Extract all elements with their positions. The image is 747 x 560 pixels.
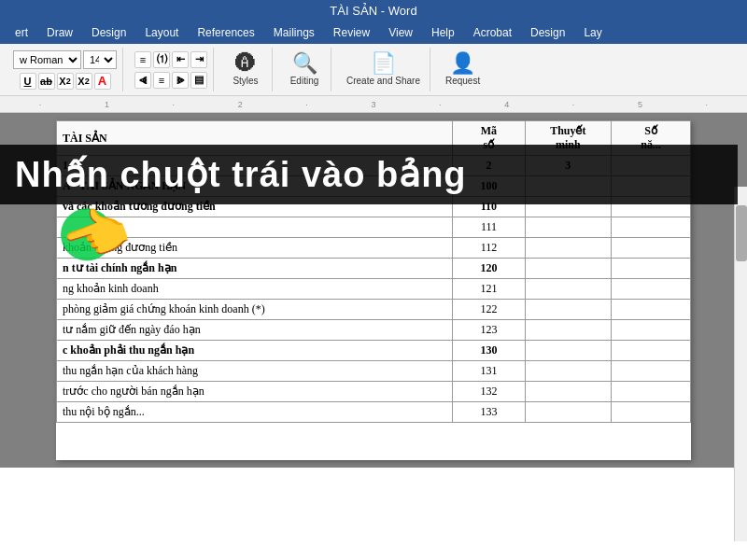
- underline-button[interactable]: U: [20, 73, 36, 90]
- svg-text:👈: 👈: [53, 194, 139, 278]
- cell-note-132: [525, 382, 612, 402]
- cell-note-112: [525, 238, 612, 259]
- cell-code-120: 120: [453, 259, 525, 279]
- menu-bar: ert Draw Design Layout References Mailin…: [0, 21, 747, 44]
- table-row: thu nội bộ ngắn... 133: [57, 402, 691, 423]
- cell-sonam-131: [612, 361, 691, 382]
- justify-button[interactable]: ▤: [190, 72, 207, 89]
- ribbon: w Roman 14 U ab X2 X2 A ≡ ⑴ ⇤ ⇥ ⫷ ≡ ⫸ ▤: [0, 44, 747, 96]
- cell-note-122: [525, 300, 612, 320]
- cell-label-132: trước cho người bán ngắn hạn: [57, 382, 453, 402]
- cell-sonam-123: [612, 320, 691, 341]
- strikethrough-button[interactable]: ab: [38, 73, 55, 90]
- menu-item-layout[interactable]: Layout: [137, 23, 186, 42]
- cell-sonam-132: [612, 382, 691, 402]
- cell-code-131: 131: [453, 361, 525, 382]
- editing-label: Editing: [290, 76, 319, 86]
- table-row: c khoản phải thu ngắn hạn 130: [57, 341, 691, 361]
- ruler: · 1 · 2 · 3 · 4 · 5 ·: [0, 96, 747, 113]
- table-row: trước cho người bán ngắn hạn 132: [57, 382, 691, 402]
- align-right-button[interactable]: ⫸: [172, 72, 189, 89]
- cell-sonam-121: [612, 279, 691, 300]
- cell-note-130: [525, 341, 612, 361]
- cell-label-123: tư nắm giữ đến ngày đáo hạn: [57, 320, 453, 341]
- ribbon-editing-group: 🔍 Editing: [278, 48, 331, 91]
- menu-item-references[interactable]: References: [190, 23, 261, 42]
- editing-icon: 🔍: [292, 53, 317, 74]
- cell-note-123: [525, 320, 612, 341]
- table-row: tư nắm giữ đến ngày đáo hạn 123: [57, 320, 691, 341]
- cell-code-122: 122: [453, 300, 525, 320]
- create-share-icon: 📄: [371, 53, 396, 74]
- cell-sonam-112: [612, 238, 691, 259]
- table-row: khoản tương đương tiền 112: [57, 238, 691, 259]
- cell-label-130: c khoản phải thu ngắn hạn: [57, 341, 453, 361]
- cell-note-111: [525, 217, 612, 238]
- styles-label: Styles: [233, 76, 258, 86]
- scrollbar[interactable]: [734, 187, 747, 541]
- cell-sonam-120: [612, 259, 691, 279]
- table-row: 111: [57, 217, 691, 238]
- menu-item-review[interactable]: Review: [326, 23, 377, 42]
- indent-increase-button[interactable]: ⇥: [190, 51, 207, 68]
- cell-code-112: 112: [453, 238, 525, 259]
- align-left-button[interactable]: ⫷: [134, 72, 151, 89]
- ruler-content: · 1 · 2 · 3 · 4 · 5 ·: [7, 100, 740, 109]
- overlay-text: Nhấn chuột trái vào bảng: [15, 154, 467, 195]
- font-controls: w Roman 14: [13, 50, 117, 69]
- menu-item-design2[interactable]: Design: [523, 23, 572, 42]
- highlight-button[interactable]: A: [94, 73, 111, 90]
- ribbon-font-group: w Roman 14 U ab X2 X2 A: [7, 48, 123, 91]
- styles-button[interactable]: 🅐 Styles: [225, 51, 266, 88]
- cell-sonam-122: [612, 300, 691, 320]
- cell-label-133: thu nội bộ ngắn...: [57, 402, 453, 423]
- cell-sonam-133: [612, 402, 691, 423]
- title-bar: TÀI SẢN - Word: [0, 0, 747, 21]
- cell-sonam-130: [612, 341, 691, 361]
- editing-button[interactable]: 🔍 Editing: [284, 51, 325, 88]
- cell-note-131: [525, 361, 612, 382]
- styles-icon: 🅐: [235, 53, 256, 74]
- indent-decrease-button[interactable]: ⇤: [172, 51, 189, 68]
- ribbon-paragraph-group: ≡ ⑴ ⇤ ⇥ ⫷ ≡ ⫸ ▤: [129, 48, 214, 91]
- menu-item-help[interactable]: Help: [424, 23, 462, 42]
- create-share-label: Create and Share: [346, 76, 420, 86]
- cell-code-111: 111: [453, 217, 525, 238]
- list-bullet-button[interactable]: ≡: [134, 51, 151, 68]
- cell-label-131: thu ngắn hạn của khách hàng: [57, 361, 453, 382]
- request-button[interactable]: 👤 Request: [442, 51, 484, 88]
- ribbon-create-share-group: 📄 Create and Share: [337, 48, 430, 91]
- cell-note-120: [525, 259, 612, 279]
- format-row: U ab X2 X2 A: [20, 73, 111, 90]
- title-text: TÀI SẢN - Word: [330, 4, 416, 18]
- list-number-button[interactable]: ⑴: [153, 51, 170, 68]
- menu-item-acrobat[interactable]: Acrobat: [466, 23, 519, 42]
- menu-item-design[interactable]: Design: [84, 23, 134, 42]
- cell-code-130: 130: [453, 341, 525, 361]
- cell-code-133: 133: [453, 402, 525, 423]
- font-name-select[interactable]: w Roman: [13, 50, 81, 69]
- superscript-button[interactable]: X2: [76, 73, 92, 90]
- cell-code-132: 132: [453, 382, 525, 402]
- subscript-button[interactable]: X2: [57, 73, 74, 90]
- table-row: phòng giảm giá chứng khoán kinh doanh (*…: [57, 300, 691, 320]
- menu-item-view[interactable]: View: [381, 23, 420, 42]
- cell-code-123: 123: [453, 320, 525, 341]
- menu-item-mailings[interactable]: Mailings: [266, 23, 322, 42]
- menu-item-lay[interactable]: Lay: [576, 23, 609, 42]
- create-share-button[interactable]: 📄 Create and Share: [343, 51, 424, 88]
- cell-label-122: phòng giảm giá chứng khoán kinh doanh (*…: [57, 300, 453, 320]
- cell-note-121: [525, 279, 612, 300]
- menu-item-draw[interactable]: Draw: [39, 23, 80, 42]
- request-icon: 👤: [450, 53, 475, 74]
- font-size-select[interactable]: 14: [83, 50, 117, 69]
- ribbon-request-group: 👤 Request: [436, 48, 489, 91]
- menu-item-ert[interactable]: ert: [7, 23, 35, 42]
- align-center-button[interactable]: ≡: [153, 72, 170, 89]
- scrollbar-thumb[interactable]: [736, 205, 747, 261]
- cell-sonam-111: [612, 217, 691, 238]
- cell-note-133: [525, 402, 612, 423]
- cell-code-121: 121: [453, 279, 525, 300]
- request-label: Request: [445, 76, 480, 86]
- table-row: thu ngắn hạn của khách hàng 131: [57, 361, 691, 382]
